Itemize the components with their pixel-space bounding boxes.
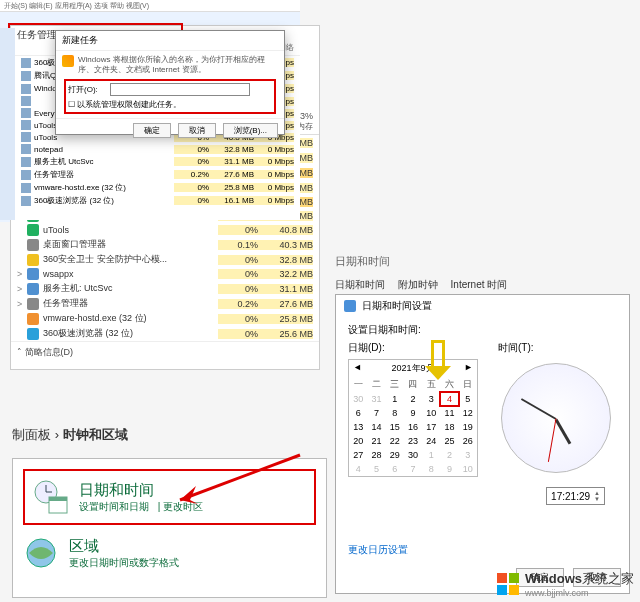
process-row[interactable]: uTools0%40.8 MB bbox=[11, 223, 319, 237]
process-row[interactable]: notepad0%32.8 MB0 Mbps bbox=[15, 143, 300, 155]
calendar-day[interactable]: 28 bbox=[367, 448, 385, 462]
prev-month-button[interactable]: ◄ bbox=[353, 362, 362, 375]
datetime-tabs: 日期和时间 附加时钟 Internet 时间 bbox=[335, 278, 517, 292]
open-input[interactable] bbox=[110, 83, 250, 96]
time-input[interactable]: 17:21:29 ▲▼ bbox=[546, 487, 605, 505]
process-row[interactable]: >任务管理器0.2%27.6 MB bbox=[11, 296, 319, 311]
calendar-day[interactable]: 2 bbox=[404, 392, 422, 406]
date-label: 日期(D): bbox=[348, 341, 498, 355]
process-row[interactable]: 360安全卫士 安全防护中心模...0%32.8 MB bbox=[11, 252, 319, 267]
calendar-day[interactable]: 7 bbox=[367, 406, 385, 420]
footer-fewer-details[interactable]: ˄ 简略信息(D) bbox=[11, 341, 319, 363]
spinner[interactable]: ▲▼ bbox=[594, 490, 600, 502]
app-icon bbox=[21, 157, 31, 167]
calendar-day[interactable]: 29 bbox=[386, 448, 404, 462]
chevron-up-icon: ˄ bbox=[17, 347, 22, 357]
calendar-day[interactable]: 31 bbox=[367, 392, 385, 406]
calendar-day[interactable]: 7 bbox=[404, 462, 422, 476]
watermark: Windows系统之家 www.bjjmlv.com bbox=[497, 570, 634, 598]
app-icon bbox=[21, 96, 31, 106]
tab-additional-clocks[interactable]: 附加时钟 bbox=[398, 279, 438, 290]
titlebar: 日期和时间设置 bbox=[336, 295, 629, 317]
calendar-day[interactable]: 25 bbox=[440, 434, 458, 448]
calendar-day[interactable]: 26 bbox=[459, 434, 477, 448]
process-row[interactable]: 360极速浏览器 (32 位)0%25.6 MB bbox=[11, 326, 319, 341]
cancel-button[interactable]: 取消 bbox=[178, 123, 216, 138]
clock-calendar-icon bbox=[33, 479, 69, 515]
calendar-day[interactable]: 17 bbox=[422, 420, 440, 434]
calendar-day[interactable]: 23 bbox=[404, 434, 422, 448]
app-icon bbox=[27, 298, 39, 310]
calendar-day[interactable]: 15 bbox=[386, 420, 404, 434]
calendar-day[interactable]: 30 bbox=[349, 392, 367, 406]
process-row[interactable]: vmware-hostd.exe (32 位)0%25.8 MB0 Mbps bbox=[15, 181, 300, 194]
process-row[interactable]: 服务主机 UtcSvc0%31.1 MB0 Mbps bbox=[15, 155, 300, 168]
tab-internet-time[interactable]: Internet 时间 bbox=[451, 279, 508, 290]
calendar-day[interactable]: 18 bbox=[440, 420, 458, 434]
calendar-day[interactable]: 11 bbox=[440, 406, 458, 420]
change-calendar-settings-link[interactable]: 更改日历设置 bbox=[348, 544, 408, 555]
calendar-day[interactable]: 9 bbox=[440, 462, 458, 476]
next-month-button[interactable]: ► bbox=[464, 362, 473, 375]
calendar-day[interactable]: 10 bbox=[459, 462, 477, 476]
calendar-day[interactable]: 20 bbox=[349, 434, 367, 448]
calendar-day[interactable]: 24 bbox=[422, 434, 440, 448]
app-icon bbox=[27, 328, 39, 340]
calendar-day[interactable]: 12 bbox=[459, 406, 477, 420]
calendar-day[interactable]: 8 bbox=[386, 406, 404, 420]
tab-datetime[interactable]: 日期和时间 bbox=[335, 279, 385, 290]
calendar-day[interactable]: 21 bbox=[367, 434, 385, 448]
process-row[interactable]: vmware-hostd.exe (32 位)0%25.8 MB bbox=[11, 311, 319, 326]
calendar-month[interactable]: 2021年9月 bbox=[391, 362, 434, 375]
calendar[interactable]: ◄ 2021年9月 ► 一二三四五六日303112345678910111213… bbox=[348, 359, 478, 477]
calendar-day[interactable]: 6 bbox=[386, 462, 404, 476]
calendar-day[interactable]: 3 bbox=[459, 448, 477, 462]
app-icon bbox=[27, 239, 39, 251]
process-row[interactable]: 360极速浏览器 (32 位)0%16.1 MB0 Mbps bbox=[15, 194, 300, 207]
app-icon bbox=[27, 283, 39, 295]
calendar-day[interactable]: 1 bbox=[386, 392, 404, 406]
process-row[interactable]: 任务管理器0.2%27.6 MB0 Mbps bbox=[15, 168, 300, 181]
app-icon bbox=[21, 132, 31, 142]
app-icon bbox=[21, 144, 31, 154]
calendar-day[interactable]: 1 bbox=[422, 448, 440, 462]
process-row[interactable]: >wsappx0%32.2 MB bbox=[11, 267, 319, 281]
globe-clock-icon bbox=[23, 535, 59, 571]
calendar-day[interactable]: 5 bbox=[459, 392, 477, 406]
calendar-day[interactable]: 8 bbox=[422, 462, 440, 476]
browse-button[interactable]: 浏览(B)... bbox=[223, 123, 278, 138]
datetime-settings-window: 日期和时间设置 设置日期和时间: 日期(D): 时间(T): ◄ 2021年9月… bbox=[335, 294, 630, 594]
calendar-day[interactable]: 6 bbox=[349, 406, 367, 420]
dialog-title: 新建任务 bbox=[56, 31, 284, 51]
calendar-day[interactable]: 30 bbox=[404, 448, 422, 462]
app-icon bbox=[21, 183, 31, 193]
link-set-date-time[interactable]: 设置时间和日期 bbox=[79, 501, 149, 512]
run-dialog: 新建任务 Windows 将根据你所输入的名称，为你打开相应的程序、文件夹、文档… bbox=[55, 30, 285, 135]
admin-checkbox[interactable]: ☐ 以系统管理权限创建此任务。 bbox=[68, 99, 272, 110]
process-row[interactable]: >服务主机: UtcSvc0%31.1 MB bbox=[11, 281, 319, 296]
tile-region[interactable]: 区域 更改日期时间或数字格式 bbox=[23, 535, 316, 571]
analog-clock bbox=[501, 363, 611, 473]
calendar-day[interactable]: 9 bbox=[404, 406, 422, 420]
calendar-day[interactable]: 4 bbox=[349, 462, 367, 476]
highlight-rect: 打开(O): ☐ 以系统管理权限创建此任务。 bbox=[64, 79, 276, 114]
calendar-day[interactable]: 27 bbox=[349, 448, 367, 462]
calendar-day[interactable]: 10 bbox=[422, 406, 440, 420]
datetime-panel-label: 日期和时间 bbox=[335, 254, 390, 269]
calendar-day[interactable]: 3 bbox=[422, 392, 440, 406]
calendar-day[interactable]: 2 bbox=[440, 448, 458, 462]
calendar-day[interactable]: 5 bbox=[367, 462, 385, 476]
ok-button[interactable]: 确定 bbox=[133, 123, 171, 138]
second-hand bbox=[548, 418, 557, 462]
calendar-day[interactable]: 22 bbox=[386, 434, 404, 448]
calendar-day[interactable]: 13 bbox=[349, 420, 367, 434]
calendar-day[interactable]: 14 bbox=[367, 420, 385, 434]
clock-icon bbox=[344, 300, 356, 312]
link-change-format[interactable]: 更改日期时间或数字格式 bbox=[69, 557, 179, 568]
tile-title: 区域 bbox=[69, 537, 185, 556]
calendar-day[interactable]: 4 bbox=[440, 392, 458, 406]
calendar-day[interactable]: 19 bbox=[459, 420, 477, 434]
calendar-day[interactable]: 16 bbox=[404, 420, 422, 434]
process-row[interactable]: 桌面窗口管理器0.1%40.3 MB bbox=[11, 237, 319, 252]
app-icon bbox=[27, 224, 39, 236]
